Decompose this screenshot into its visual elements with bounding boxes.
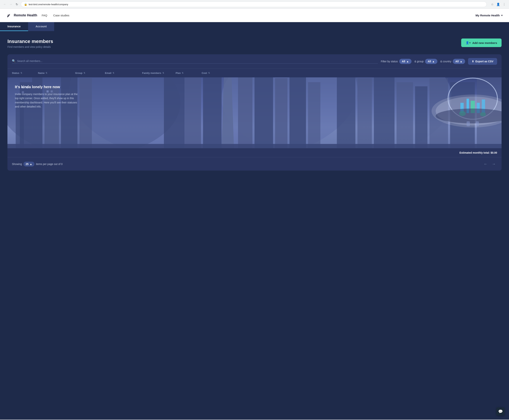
faq-link[interactable]: FAQ [42,14,47,17]
search-underline: 🔍 [12,59,378,64]
pagination-bar: Showing 25 ▲ items per page out of 0 ← → [7,157,502,171]
country-value: All [456,60,459,63]
th-email-label: Email [105,72,112,75]
cityscape-illustration [7,77,502,148]
page-subtitle: Find members and view policy details [7,45,53,48]
address-bar[interactable]: 🔒 test-bird.one/remote-health/company [21,1,487,7]
svg-rect-22 [238,77,252,148]
chat-widget[interactable]: 💬 [496,407,505,416]
svg-rect-23 [254,77,273,148]
sort-icon-email: ⇅ [112,72,114,74]
th-email[interactable]: Email ⇅ [105,72,142,75]
showing-prefix: Showing [12,163,22,165]
and-country-label: & country [440,60,451,63]
logo-text: Remote Health [14,13,37,17]
url-text: test-bird.one/remote-health/company [29,3,68,6]
svg-rect-35 [7,144,502,148]
back-button[interactable]: ← [2,2,7,7]
th-name[interactable]: Name ⇅ [38,72,75,75]
add-members-label: Add new members [472,41,497,45]
page-nav: ← → [482,161,497,167]
browser-chrome: ← → ↻ 🔒 test-bird.one/remote-health/comp… [0,0,509,9]
refresh-button[interactable]: ↻ [14,2,19,7]
svg-rect-26 [308,82,320,148]
menu-button[interactable]: ⋮ [502,2,507,7]
sort-icon-plan: ⇅ [182,72,183,74]
browser-actions: ☆ 👤 ⋮ [490,2,507,7]
profile-button[interactable]: 👤 [496,2,501,7]
th-group[interactable]: Group ⇅ [75,72,105,75]
svg-rect-8 [79,78,92,148]
sort-icon-status: ⇅ [21,72,22,74]
th-group-label: Group [75,72,82,75]
svg-rect-24 [275,78,287,148]
and-group-label: & group [414,60,424,63]
logo-icon [6,13,12,18]
estimated-label: Estimated monthly total: [459,151,490,154]
add-person-icon: 👤+ [466,41,471,45]
prev-page-button[interactable]: ← [482,161,489,167]
page-title: Insurance members [7,38,53,44]
showing-text: Showing 25 ▲ items per page out of 0 [12,162,62,166]
group-filter-button[interactable]: All ▲ [425,59,437,64]
page-title-group: Insurance members Find members and view … [7,38,53,48]
export-csv-button[interactable]: ⬇ Export as CSV [468,58,497,65]
empty-title: It's kinda lonely here now [15,85,78,89]
svg-rect-20 [203,77,222,148]
filter-country-group: & country All ▲ [440,59,465,64]
filter-status-group: Filter by status All ▲ [381,59,412,64]
th-status[interactable]: Status ⇅ [12,72,38,75]
country-filter-button[interactable]: All ▲ [453,59,465,64]
filter-group-group: & group All ▲ [414,59,437,64]
main-card: 🔍 Filter by status All ▲ & group All ▲ [7,54,502,171]
svg-rect-30 [397,82,413,148]
page-size-button[interactable]: 25 ▲ [23,162,34,166]
showing-suffix: items per page out of 0 [36,163,62,165]
country-chevron-icon: ▲ [460,60,463,63]
tab-insurance[interactable]: Insurance [0,22,28,31]
status-filter-button[interactable]: All ▲ [399,59,412,64]
case-studies-link[interactable]: Case studies [53,14,69,17]
th-family-label: Family members [142,72,161,75]
download-icon: ⬇ [472,60,474,63]
svg-rect-29 [374,77,395,148]
lock-icon: 🔒 [24,3,27,6]
logo-area: Remote Health [6,13,37,18]
page-size-value: 25 [26,163,29,165]
chat-icon: 💬 [498,409,503,414]
tab-account[interactable]: Account [28,22,54,31]
table-header: Status ⇅ Name ⇅ Group ⇅ Email ⇅ Family m… [7,68,502,77]
my-remote-health-button[interactable]: My Remote Health ▼ [476,14,503,17]
sort-icon-family: ⇅ [162,72,164,74]
th-plan[interactable]: Plan ⇅ [176,72,202,75]
nav-links: FAQ Case studies [42,14,69,17]
group-value: All [428,60,431,63]
forward-button[interactable]: → [8,2,13,7]
nav-left: Remote Health FAQ Case studies [6,13,69,18]
search-input[interactable] [17,60,378,62]
tab-bar: Insurance Account [0,22,509,31]
bookmark-button[interactable]: ☆ [490,2,495,7]
browser-nav-buttons: ← → ↻ [2,2,19,7]
add-members-button[interactable]: 👤+ Add new members [461,38,502,47]
svg-rect-47 [467,121,470,126]
my-remote-health-label: My Remote Health [476,14,500,17]
th-plan-label: Plan [176,72,181,75]
page-body: Insurance members Find members and view … [0,31,509,420]
search-icon: 🔍 [12,59,16,63]
th-cost[interactable]: Cost ⇅ [202,72,224,75]
svg-rect-19 [185,77,201,148]
svg-rect-18 [164,77,185,148]
sort-icon-group: ⇅ [83,72,85,74]
monthly-total: Estimated monthly total: $0.00 [7,148,502,157]
group-chevron-icon: ▲ [432,60,435,63]
th-status-label: Status [12,72,19,75]
empty-area: It's kinda lonely here now Invite compan… [7,77,502,148]
status-value: All [402,60,405,63]
sort-icon-name: ⇅ [45,72,47,74]
export-label: Export as CSV [476,60,493,63]
page-size-chevron-icon: ▲ [30,163,32,165]
next-page-button[interactable]: → [490,161,497,167]
filter-bar: 🔍 Filter by status All ▲ & group All ▲ [7,54,502,68]
th-family-members[interactable]: Family members ⇅ [142,72,176,75]
